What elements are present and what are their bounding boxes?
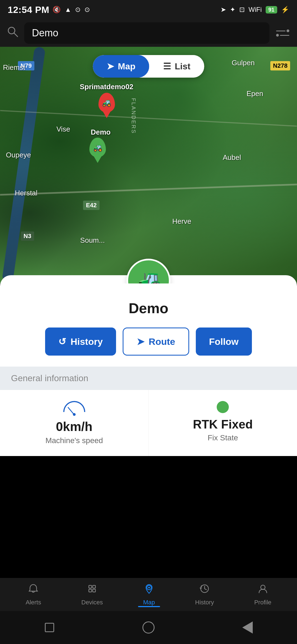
follow-label: Follow (209, 336, 239, 347)
route-button[interactable]: ➤ Route (123, 328, 189, 356)
nav-active-indicator (138, 606, 160, 607)
map-label-oupeye: Oupeye (6, 151, 31, 159)
svg-rect-2 (89, 585, 92, 588)
map-label-vise: Vise (56, 125, 70, 133)
map-list-toggle: ➤ Map ☰ List (93, 55, 204, 78)
filter-button[interactable] (275, 28, 290, 38)
svg-rect-3 (93, 585, 95, 588)
list-toggle-icon: ☰ (163, 61, 171, 72)
navigation-icon: ▲ (65, 6, 71, 13)
fix-status-label: Fix State (208, 433, 238, 442)
general-info-header: General information (0, 367, 297, 390)
devices-label: Devices (81, 599, 103, 606)
marker-pin-green: 🚜 (89, 138, 106, 157)
follow-button[interactable]: Follow (196, 328, 252, 356)
status-bar: 12:54 PM 🔇 ▲ ⊙ ⊙ ➤ ✦ ⊡ WiFi 91 ⚡ (0, 0, 297, 19)
wifi-icon: WiFi (249, 6, 262, 13)
status-time: 12:54 PM (8, 4, 49, 15)
map-background (0, 47, 297, 283)
mute-icon: 🔇 (53, 6, 61, 13)
device-name: Demo (0, 300, 297, 316)
home-button[interactable] (140, 619, 157, 636)
route-label: Route (149, 336, 175, 347)
svg-rect-5 (93, 589, 95, 592)
map-toggle-label: Map (118, 61, 136, 72)
road-badge-e42: E42 (83, 201, 99, 210)
nav-alerts[interactable]: Alerts (26, 583, 41, 606)
map-area[interactable]: N79 Riemst Gulpen N278 Epen Vise Oupeye … (0, 47, 297, 283)
marker-demo[interactable]: 🚜 (89, 138, 106, 157)
speed-value: 0km/h (56, 419, 92, 434)
speed-label: Machine's speed (45, 436, 103, 445)
map-label-herstal: Herstal (15, 189, 37, 197)
speed-card: 0km/h Machine's speed (0, 390, 149, 456)
info-cards: 0km/h Machine's speed RTK Fixed Fix Stat… (0, 390, 297, 456)
search-bar (0, 19, 297, 47)
map-tractor-avatar-icon: 🚜 (136, 269, 162, 284)
marker-demo-label-area: Demo (91, 128, 111, 138)
history-label: History (70, 336, 103, 347)
list-toggle-button[interactable]: ☰ List (149, 55, 204, 78)
history-icon: ↺ (58, 336, 66, 347)
map-nav-icon (143, 583, 155, 597)
map-tractor-avatar: 🚜 ✂ (127, 259, 170, 283)
charging-icon: ⚡ (281, 6, 289, 13)
recent-apps-button[interactable] (41, 619, 58, 636)
map-label-gulpen: Gulpen (232, 59, 255, 67)
fix-state-card: RTK Fixed Fix State (149, 390, 297, 456)
history-button[interactable]: ↺ History (45, 328, 116, 356)
profile-label: Profile (254, 599, 271, 606)
map-label-riemst: Riemst (3, 63, 25, 72)
list-toggle-label: List (175, 61, 191, 72)
marker-sprimatdemo02-label: Sprimatdemo02 (80, 83, 133, 91)
nav-devices[interactable]: Devices (81, 583, 103, 606)
marker-demo-label: Demo (91, 128, 111, 137)
fix-status-value: RTK Fixed (193, 417, 253, 431)
back-button[interactable] (239, 619, 256, 636)
map-label-herve: Herve (172, 217, 191, 226)
map-nav-label: Map (143, 599, 155, 606)
search-input[interactable] (24, 22, 270, 44)
route-icon: ➤ (137, 336, 144, 347)
rtk-status-dot (217, 401, 229, 413)
alerts-label: Alerts (26, 599, 41, 606)
circle-icon: ⊙ (84, 6, 90, 13)
bluetooth-icon: ✦ (230, 6, 235, 13)
back-icon (242, 621, 253, 634)
map-tractor-avatar-area: 🚜 ✂ (127, 259, 170, 283)
action-buttons: ↺ History ➤ Route Follow (0, 328, 297, 356)
system-nav (0, 611, 297, 644)
map-label-soum: Soum... (80, 236, 105, 245)
search-button[interactable] (7, 26, 19, 40)
nav-profile[interactable]: Profile (254, 583, 271, 606)
map-toggle-button[interactable]: ➤ Map (93, 55, 149, 78)
map-label-epen: Epen (246, 89, 263, 98)
history-nav-label: History (195, 599, 214, 606)
road-badge-n278: N278 (270, 61, 290, 70)
devices-icon (86, 583, 98, 597)
speed-gauge-icon (63, 401, 85, 415)
nav-history[interactable]: History (195, 583, 214, 606)
map-label-aubel: Aubel (223, 153, 241, 162)
svg-line-1 (14, 33, 18, 37)
road-badge-n3: N3 (21, 231, 34, 241)
location-icon: ⊙ (75, 6, 81, 13)
profile-icon (257, 583, 269, 597)
arrow-icon: ➤ (221, 6, 226, 13)
map-toggle-icon: ➤ (107, 61, 114, 72)
recent-apps-icon (45, 623, 54, 632)
svg-point-9 (261, 585, 265, 590)
history-nav-icon (199, 583, 210, 597)
alerts-icon (28, 583, 39, 597)
home-icon (142, 621, 155, 634)
battery-slot-icon: ⊡ (239, 6, 245, 13)
battery-level: 91 (266, 6, 277, 13)
general-info-title: General information (11, 373, 88, 383)
marker-pin-red: 🚜 (98, 93, 115, 113)
tractor-icon-green: 🚜 (93, 143, 103, 152)
bottom-panel: Demo ↺ History ➤ Route Follow General in… (0, 275, 297, 456)
svg-rect-4 (89, 589, 92, 592)
marker-sprimatdemo02[interactable]: Sprimatdemo02 🚜 (80, 83, 133, 113)
svg-point-7 (148, 587, 150, 588)
nav-map[interactable]: Map (143, 583, 155, 606)
